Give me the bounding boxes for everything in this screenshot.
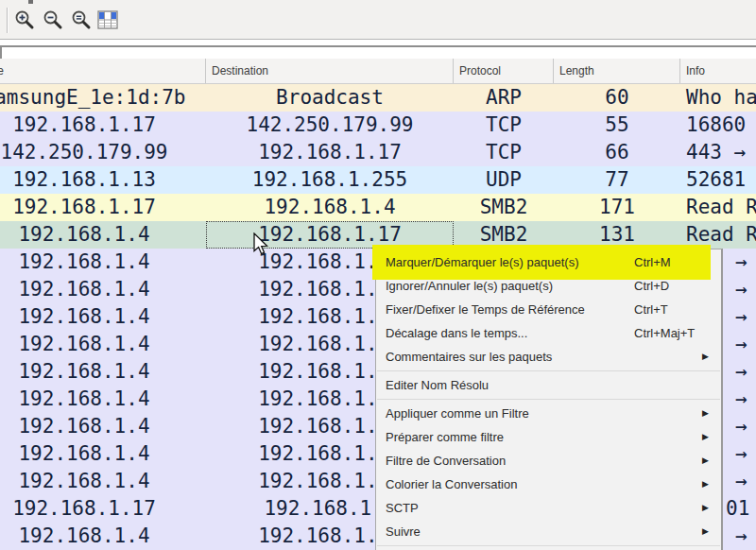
context-menu-item[interactable]: Editer Nom Résolu <box>376 373 721 397</box>
cell-source: 142.250.179.99 <box>0 139 206 166</box>
info-fragment: → <box>735 413 747 440</box>
cell-destination: 192.168.1.255 <box>206 166 454 194</box>
cell-destination: 142.250.179.99 <box>206 112 454 139</box>
panel-divider <box>0 45 756 48</box>
context-menu-item[interactable]: SCTP▶ <box>376 496 721 520</box>
menu-item-shortcut: Ctrl+D <box>634 274 669 298</box>
wireshark-window: SourceDestinationProtocolLengthInfo Sams… <box>0 0 756 550</box>
context-menu-item[interactable]: Filtre de Conversation▶ <box>376 449 721 473</box>
cell-source: 192.168.1.17 <box>0 112 206 139</box>
cell-source: 192.168.1.17 <box>0 194 206 221</box>
cell-source: 192.168.1.17 <box>0 495 206 523</box>
toolbar-separator <box>7 8 9 33</box>
cell-protocol: SMB2 <box>454 194 554 221</box>
cell-length: 77 <box>554 166 680 194</box>
menu-item-label: Décalage dans le temps... <box>386 326 527 340</box>
packet-list-header: SourceDestinationProtocolLengthInfo <box>0 59 756 84</box>
context-menu-item[interactable]: Colorier la Conversation▶ <box>376 473 721 496</box>
info-fragment: → <box>735 249 747 276</box>
menu-item-label: Préparer comme filtre <box>386 430 504 444</box>
menu-separator <box>377 370 720 371</box>
packet-row[interactable]: 142.250.179.99192.168.1.17TCP66443 → <box>0 139 756 166</box>
menu-item-shortcut: Ctrl+T <box>634 298 668 321</box>
column-header-destination[interactable]: Destination <box>206 59 454 83</box>
cell-source: SamsungE_1e:1d:7b <box>0 84 206 112</box>
column-header-source[interactable]: Source <box>0 59 206 83</box>
cell-info: 16860 <box>680 112 756 139</box>
info-fragment: → <box>735 386 747 413</box>
cell-info: Read R <box>680 194 756 221</box>
menu-item-label: Fixer/Defixer le Temps de Référence <box>386 302 585 317</box>
zoom-in-button[interactable] <box>11 7 38 33</box>
magnifier-minus-icon <box>42 9 64 31</box>
cropped-ui-fragment <box>28 0 33 4</box>
cell-destination: Broadcast <box>206 84 454 112</box>
cell-length: 55 <box>554 112 680 139</box>
cell-length: 66 <box>554 139 680 166</box>
cell-source: 192.168.1.4 <box>0 221 206 249</box>
info-fragment: → <box>735 468 747 495</box>
cell-length: 171 <box>554 194 680 221</box>
menu-item-label: Editer Nom Résolu <box>386 378 489 392</box>
info-fragment: 01 <box>726 495 749 523</box>
submenu-arrow-icon: ▶ <box>702 425 709 449</box>
cell-destination: 192.168.1.4 <box>206 194 454 221</box>
packet-row[interactable]: 192.168.1.17192.168.1.4SMB2171Read R <box>0 194 756 221</box>
info-fragment: → <box>735 303 747 331</box>
cell-length: 60 <box>554 84 680 112</box>
context-menu-item[interactable]: Suivre▶ <box>376 520 721 543</box>
info-fragment: → <box>735 276 747 303</box>
cell-destination: 192.168.1.17 <box>206 139 454 166</box>
info-fragment: → <box>735 523 747 550</box>
cell-protocol: TCP <box>454 139 554 166</box>
context-menu-item[interactable]: Commentaires sur les paquets▶ <box>376 345 721 369</box>
menu-item-label: Suivre <box>386 524 421 539</box>
cell-source: 192.168.1.4 <box>0 440 206 468</box>
cell-source: 192.168.1.4 <box>0 358 206 386</box>
cell-source: 192.168.1.4 <box>0 331 206 358</box>
cell-info: Who ha <box>680 84 756 112</box>
menu-item-label: Commentaires sur les paquets <box>386 350 552 364</box>
packet-row[interactable]: 192.168.1.17142.250.179.99TCP5516860 <box>0 112 756 139</box>
column-header-length[interactable]: Length <box>554 59 680 83</box>
context-menu-item[interactable]: Décalage dans le temps...Ctrl+Maj+T <box>376 321 721 345</box>
main-toolbar <box>0 0 756 40</box>
submenu-arrow-icon: ▶ <box>702 345 709 369</box>
context-menu-item[interactable]: Fixer/Defixer le Temps de RéférenceCtrl+… <box>376 298 721 321</box>
submenu-arrow-icon: ▶ <box>702 496 709 520</box>
cell-source: 192.168.1.13 <box>0 166 206 194</box>
menu-separator <box>377 545 720 546</box>
info-fragment: → <box>735 358 747 386</box>
cell-source: 192.168.1.4 <box>0 249 206 276</box>
packet-row[interactable]: SamsungE_1e:1d:7bBroadcastARP60Who ha <box>0 84 756 112</box>
resize-columns-button[interactable] <box>94 7 121 33</box>
magnifier-normal-icon <box>70 9 93 31</box>
menu-item-label: SCTP <box>386 501 419 515</box>
menu-item-label: Colorier la Conversation <box>386 477 517 491</box>
packet-row[interactable]: 192.168.1.13192.168.1.255UDP7752681 <box>0 166 756 194</box>
cell-source: 192.168.1.4 <box>0 386 206 413</box>
cell-source: 192.168.1.4 <box>0 303 206 331</box>
zoom-out-button[interactable] <box>40 7 66 33</box>
submenu-arrow-icon: ▶ <box>702 520 709 543</box>
context-menu-item[interactable]: Marquer/Démarquer le(s) paquet(s)Ctrl+M <box>376 250 721 274</box>
cell-source: 192.168.1.4 <box>0 276 206 303</box>
context-menu-item[interactable]: Appliquer comme un Filtre▶ <box>376 402 721 425</box>
menu-item-label: Ignorer/Annuler le(s) paquet(s) <box>386 279 553 293</box>
menu-separator <box>377 399 720 400</box>
cell-protocol: TCP <box>454 112 554 139</box>
context-menu: Marquer/Démarquer le(s) paquet(s)Ctrl+MI… <box>375 249 723 550</box>
column-header-protocol[interactable]: Protocol <box>454 59 554 83</box>
info-fragment: → <box>735 331 747 358</box>
magnifier-plus-icon <box>13 9 36 31</box>
menu-item-shortcut: Ctrl+M <box>634 250 671 274</box>
context-menu-item[interactable]: Préparer comme filtre▶ <box>376 425 721 449</box>
zoom-normal-button[interactable] <box>68 7 94 33</box>
cell-source: 192.168.1.4 <box>0 468 206 495</box>
submenu-arrow-icon: ▶ <box>702 473 709 496</box>
submenu-arrow-icon: ▶ <box>702 449 709 473</box>
column-header-info[interactable]: Info <box>680 59 756 83</box>
context-menu-item[interactable]: Ignorer/Annuler le(s) paquet(s)Ctrl+D <box>376 274 721 298</box>
cell-source: 192.168.1.4 <box>0 413 206 440</box>
submenu-arrow-icon: ▶ <box>702 402 709 425</box>
